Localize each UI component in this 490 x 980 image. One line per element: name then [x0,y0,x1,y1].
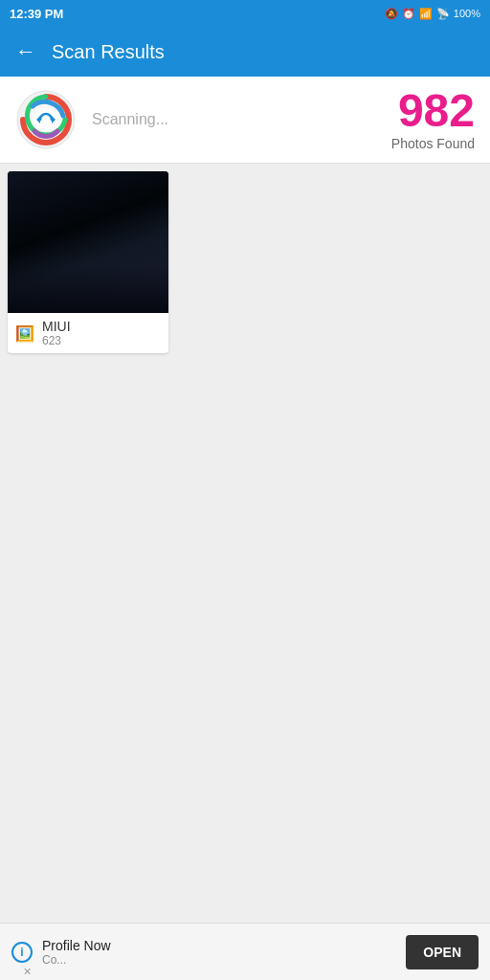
ad-close-button[interactable]: ✕ [23,966,32,978]
album-folder-icon: 🖼️ [15,324,34,343]
album-card[interactable]: 🖼️ MIUI 623 [8,171,168,353]
ad-info-icon: i [11,942,33,963]
ad-open-button[interactable]: OPEN [406,935,479,969]
battery-icon: 100% [454,8,480,19]
content-area: 🖼️ MIUI 623 [0,164,490,924]
app-bar-title: Scan Results [52,41,165,63]
count-label: Photos Found [391,136,475,151]
signal-icon: 📶 [419,8,433,20]
ad-text-section: Profile Now Co... [42,938,396,967]
album-details: MIUI 623 [42,319,71,347]
ad-subtitle: Co... [42,953,396,967]
status-time: 12:39 PM [10,7,63,21]
album-count: 623 [42,334,71,347]
status-bar: 12:39 PM 🔕 ⏰ 📶 📡 100% [0,0,490,27]
scan-header: Scanning... 982 Photos Found [0,77,490,164]
alarm-icon: ⏰ [402,8,415,20]
album-info: 🖼️ MIUI 623 [8,313,168,353]
wifi-icon: 📡 [436,8,450,20]
bell-icon: 🔕 [385,8,398,20]
app-logo [15,89,77,150]
status-icons: 🔕 ⏰ 📶 📡 100% [385,8,480,20]
album-thumbnail [8,171,168,313]
count-section: 982 Photos Found [391,88,475,151]
app-bar: ← Scan Results [0,27,490,77]
back-button[interactable]: ← [15,39,36,64]
scanning-text: Scanning... [92,111,376,128]
ad-title: Profile Now [42,938,396,953]
ad-banner: i Profile Now Co... OPEN ✕ [0,923,490,980]
album-name: MIUI [42,319,71,334]
count-number: 982 [391,88,475,134]
